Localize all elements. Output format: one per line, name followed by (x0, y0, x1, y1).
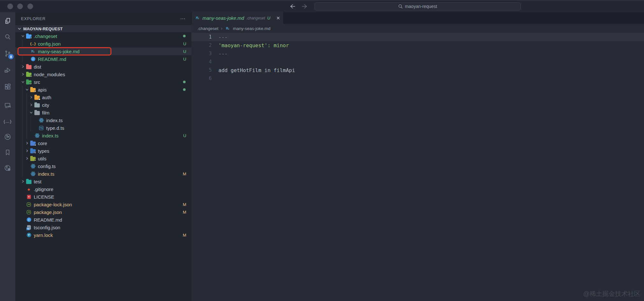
core-folder-icon: ⚙ (30, 141, 36, 146)
tree-item-.gitignore[interactable]: ◆.gitignore (15, 185, 191, 193)
tree-item-index.ts[interactable]: index.tsM (15, 170, 191, 178)
tsconfig-icon: TS (26, 225, 32, 230)
ts-def-icon: TS (39, 125, 44, 130)
line-text: add getHotFilm in filmApi (218, 67, 295, 73)
tree-item-label: package.json (34, 209, 62, 215)
tree-item-index.ts[interactable]: index.ts (15, 116, 191, 124)
tree-item-city[interactable]: city (15, 101, 191, 109)
src-folder-icon: <> (26, 79, 32, 84)
tree-item-utils[interactable]: +utils (15, 155, 191, 162)
tree-item-label: test (34, 179, 41, 184)
tree-item-label: core (38, 141, 47, 146)
window-zoom-button[interactable] (27, 4, 33, 9)
tree-item-label: tsconfig.json (34, 225, 60, 230)
project-section-header[interactable]: MAOYAN-REQUEST (15, 25, 191, 32)
tree-item-node_modules[interactable]: ○node_modules (15, 70, 191, 78)
info-icon: i (26, 217, 32, 222)
atom-icon (34, 133, 40, 138)
breadcrumb-dir[interactable]: .changeset (197, 26, 218, 31)
tree-item-many-seas-joke.md[interactable]: M↓many-seas-joke.mdU (15, 48, 191, 55)
tree-item-index.ts[interactable]: index.tsU (15, 132, 191, 139)
window-minimize-button[interactable] (17, 4, 23, 9)
breadcrumb-file[interactable]: many-seas-joke.md (233, 26, 271, 31)
search-icon[interactable] (4, 33, 12, 41)
tree-item-label: src (34, 79, 40, 85)
breadcrumbs: .changeset › M↓ many-seas-joke.md (191, 24, 644, 33)
tree-item-tsconfig.json[interactable]: TStsconfig.json (15, 224, 191, 231)
tab-file-name: many-seas-joke.md (202, 15, 244, 21)
yarn-icon: Y (26, 232, 32, 238)
source-control-badge: 8 (8, 54, 14, 59)
search-icon (398, 4, 403, 9)
tree-item-test[interactable]: test (15, 178, 191, 185)
tab-git-status: U (267, 16, 270, 20)
explorer-icon[interactable] (4, 17, 12, 25)
tree-item-dist[interactable]: dist (15, 63, 191, 70)
tree-item-README.md[interactable]: iREADME.mdU (15, 55, 191, 63)
tree-item-label: LICENSE (34, 194, 54, 200)
tree-item-types[interactable]: TStypes (15, 147, 191, 155)
command-center-search[interactable]: maoyan-request (315, 2, 521, 11)
tab-close-icon[interactable]: ✕ (276, 15, 280, 21)
tree-item-auth[interactable]: ●auth (15, 93, 191, 101)
git-untracked-dot (183, 88, 186, 91)
atom-icon (39, 118, 44, 123)
git-graph-icon[interactable] (4, 164, 12, 172)
activity-bar: 8 {…} (0, 12, 15, 301)
tree-item-film[interactable]: film (15, 109, 191, 116)
navigate-forward-button[interactable] (301, 3, 309, 10)
watermark: @稀土掘金技术社区 (583, 290, 640, 298)
code-editor[interactable]: 1---2'maoyan-request': minor3---45add ge… (191, 33, 644, 83)
line-number: 6 (191, 76, 212, 81)
tree-item-label: config.json (38, 41, 61, 47)
chevron-right-icon (24, 149, 30, 153)
bookmarks-icon[interactable] (4, 148, 12, 157)
chevron-down-icon (17, 26, 22, 31)
git-status-letter: M (183, 202, 186, 207)
tree-item-config.ts[interactable]: config.ts (15, 162, 191, 170)
tree-item-label: README.md (38, 56, 66, 62)
tree-item-label: .gitignore (34, 187, 53, 192)
tree-item-README.md[interactable]: iREADME.md (15, 216, 191, 224)
tree-item-type.d.ts[interactable]: TStype.d.ts (15, 124, 191, 132)
chevron-right-icon (20, 72, 26, 77)
tab-many-seas-joke[interactable]: M↓ many-seas-joke.md .changeset U ✕ (192, 12, 284, 24)
explorer-sidebar: EXPLORER ⋯ MAOYAN-REQUEST ✕.changeset{.}… (15, 12, 191, 301)
window-close-button[interactable] (7, 4, 13, 9)
dist-folder-icon (26, 64, 32, 69)
node-icon: JS (26, 209, 32, 215)
file-tree: ✕.changeset{.}config.jsonUM↓many-seas-jo… (15, 32, 191, 239)
git-status-letter: U (183, 41, 186, 46)
source-control-icon[interactable]: 8 (4, 49, 12, 58)
tree-item-label: .changeset (34, 33, 57, 39)
remote-explorer-icon[interactable] (4, 101, 12, 110)
chevron-right-icon (24, 156, 30, 161)
tree-item-package-lock.json[interactable]: JSpackage-lock.jsonM (15, 201, 191, 208)
code-line-6: 6 (191, 74, 644, 83)
tree-item-config.json[interactable]: {.}config.jsonU (15, 40, 191, 48)
braces-extension-icon[interactable]: {…} (4, 117, 12, 125)
test-folder-icon (26, 179, 32, 184)
tree-item-apis[interactable]: #apis (15, 86, 191, 93)
tree-item-yarn.lock[interactable]: Yyarn.lockM (15, 231, 191, 239)
explorer-more-actions-icon[interactable]: ⋯ (180, 16, 186, 22)
license-icon: ✦ (26, 194, 32, 199)
tree-item-label: types (38, 148, 49, 154)
city-folder-icon (34, 102, 40, 107)
code-line-2: 2'maoyan-request': minor (191, 41, 644, 49)
run-and-debug-icon[interactable] (4, 66, 12, 74)
breadcrumb-separator: › (221, 26, 223, 31)
gitlens-icon[interactable] (4, 133, 12, 141)
tree-item-LICENSE[interactable]: ✦LICENSE (15, 193, 191, 201)
extensions-icon[interactable] (4, 83, 12, 91)
tree-item-label: type.d.ts (46, 125, 64, 131)
tree-item-package.json[interactable]: JSpackage.jsonM (15, 208, 191, 216)
navigate-back-button[interactable] (288, 3, 296, 10)
json-braces-icon: {.} (30, 41, 36, 46)
tree-item-src[interactable]: <>src (15, 78, 191, 86)
tree-item-.changeset[interactable]: ✕.changeset (15, 32, 191, 40)
markdown-icon: M↓ (30, 49, 36, 54)
types-folder-icon: TS (30, 148, 36, 153)
chevron-right-icon (28, 103, 34, 107)
tree-item-core[interactable]: ⚙core (15, 139, 191, 147)
